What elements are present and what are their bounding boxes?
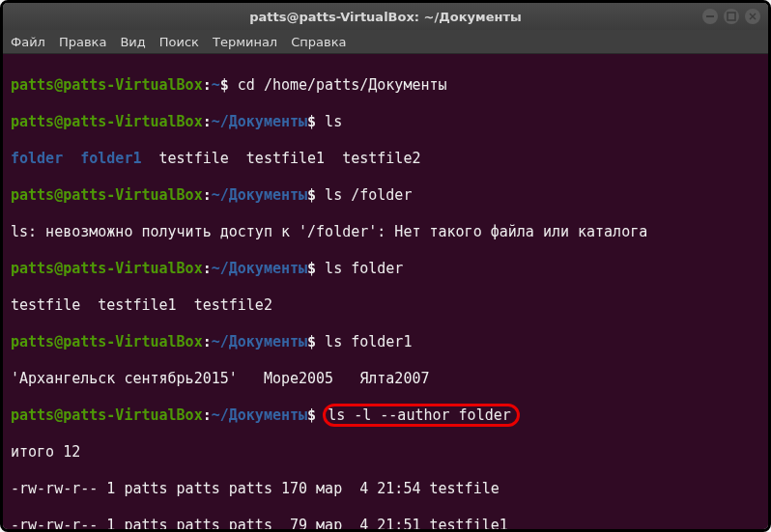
- output-text: 'Архангельск сентябрь2015' Море2005 Ялта…: [11, 370, 429, 387]
- prompt-user: patts@patts-VirtualBox: [11, 113, 203, 130]
- command-text: ls folder: [316, 260, 403, 277]
- command-text: ls folder1: [316, 333, 412, 350]
- highlighted-command: ls -l --author folder: [323, 404, 520, 427]
- prompt-dollar: $: [307, 186, 316, 204]
- prompt-path: ~/Документы: [212, 260, 307, 277]
- window-title: patts@patts-VirtualBox: ~/Документы: [13, 10, 758, 24]
- command-text: cd /home/patts/Документы: [229, 76, 447, 94]
- terminal-area[interactable]: patts@patts-VirtualBox:~$ cd /home/patts…: [3, 54, 768, 529]
- prompt-user: patts@patts-VirtualBox: [11, 76, 203, 94]
- menu-file[interactable]: Файл: [11, 35, 45, 49]
- prompt-colon: :: [203, 113, 212, 130]
- terminal-line: patts@patts-VirtualBox:~$ cd /home/patts…: [11, 76, 760, 95]
- prompt-path: ~/Документы: [212, 333, 307, 350]
- prompt-dollar: $: [307, 260, 316, 277]
- terminal-line: patts@patts-VirtualBox:~/Документы$ ls -…: [11, 406, 760, 425]
- prompt-colon: :: [203, 406, 212, 424]
- prompt-path: ~/Документы: [212, 406, 307, 424]
- command-text: ls -l --author folder: [328, 406, 511, 424]
- terminal-window: patts@patts-VirtualBox: ~/Документы Файл…: [3, 3, 768, 529]
- terminal-line: testfile testfile1 testfile2: [11, 296, 760, 315]
- prompt-path: ~: [212, 76, 220, 94]
- prompt-user: patts@patts-VirtualBox: [11, 186, 203, 204]
- close-icon[interactable]: [745, 9, 760, 24]
- dir-entry: folder: [11, 150, 63, 167]
- output-text: -rw-rw-r-- 1 patts patts patts 170 мар 4…: [11, 480, 500, 497]
- command-text: ls /folder: [316, 186, 412, 204]
- terminal-line: patts@patts-VirtualBox:~/Документы$ ls f…: [11, 260, 760, 278]
- error-text: ls: невозможно получить доступ к '/folde…: [11, 223, 647, 240]
- terminal-line: patts@patts-VirtualBox:~/Документы$ ls /…: [11, 186, 760, 205]
- terminal-line: 'Архангельск сентябрь2015' Море2005 Ялта…: [11, 370, 760, 388]
- minimize-icon[interactable]: [702, 9, 718, 24]
- terminal-line: итого 12: [11, 443, 760, 462]
- prompt-dollar: $: [307, 406, 316, 424]
- prompt-user: patts@patts-VirtualBox: [11, 260, 203, 277]
- prompt-user: patts@patts-VirtualBox: [11, 333, 203, 350]
- prompt-dollar: $: [307, 333, 316, 350]
- menubar: Файл Правка Вид Поиск Терминал Справка: [3, 30, 768, 54]
- output-text: итого 12: [11, 443, 80, 461]
- menu-terminal[interactable]: Терминал: [213, 35, 277, 49]
- prompt-path: ~/Документы: [212, 113, 307, 130]
- svg-rect-1: [728, 13, 735, 20]
- prompt-user: patts@patts-VirtualBox: [11, 406, 203, 424]
- dir-entry: folder1: [80, 150, 141, 167]
- file-entry: testfile testfile1 testfile2: [141, 150, 420, 167]
- window-controls: [702, 9, 760, 24]
- terminal-line: -rw-rw-r-- 1 patts patts patts 170 мар 4…: [11, 480, 760, 498]
- maximize-icon[interactable]: [724, 9, 739, 24]
- terminal-line: ls: невозможно получить доступ к '/folde…: [11, 223, 760, 241]
- prompt-colon: :: [203, 186, 212, 204]
- terminal-line: patts@patts-VirtualBox:~/Документы$ ls: [11, 113, 760, 131]
- prompt-dollar: $: [220, 76, 229, 94]
- menu-help[interactable]: Справка: [291, 35, 346, 49]
- prompt-colon: :: [203, 76, 212, 94]
- menu-view[interactable]: Вид: [120, 35, 145, 49]
- prompt-dollar: $: [307, 113, 316, 130]
- menu-search[interactable]: Поиск: [159, 35, 199, 49]
- prompt-path: ~/Документы: [212, 186, 307, 204]
- output-text: testfile testfile1 testfile2: [11, 296, 272, 314]
- menu-edit[interactable]: Правка: [59, 35, 106, 49]
- svg-rect-0: [706, 15, 714, 17]
- prompt-colon: :: [203, 260, 212, 277]
- prompt-colon: :: [203, 333, 212, 350]
- terminal-line: patts@patts-VirtualBox:~/Документы$ ls f…: [11, 333, 760, 351]
- terminal-line: folder folder1 testfile testfile1 testfi…: [11, 150, 760, 168]
- output-text: -rw-rw-r-- 1 patts patts patts 79 мар 4 …: [11, 517, 508, 529]
- terminal-line: -rw-rw-r-- 1 patts patts patts 79 мар 4 …: [11, 517, 760, 529]
- titlebar: patts@patts-VirtualBox: ~/Документы: [3, 3, 768, 30]
- command-text: ls: [316, 113, 342, 130]
